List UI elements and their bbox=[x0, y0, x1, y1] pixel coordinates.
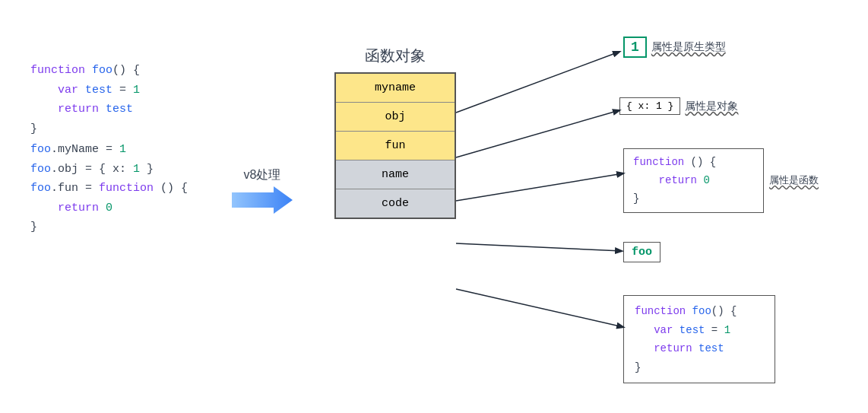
svg-marker-0 bbox=[232, 186, 293, 214]
v8-label: v8处理 bbox=[244, 167, 281, 183]
box-foo: foo bbox=[623, 242, 661, 262]
box-function: function () { return 0 } bbox=[623, 148, 764, 213]
func-row-fun: fun bbox=[336, 132, 455, 160]
primitive-value: 1 bbox=[623, 37, 647, 58]
code-line-3: return test bbox=[30, 100, 188, 119]
object-value: { x: 1 } bbox=[619, 97, 680, 115]
function-label: 属性是函数 bbox=[769, 173, 819, 187]
func-row-name: name bbox=[336, 160, 455, 189]
primitive-label: 属性是原生类型 bbox=[651, 40, 726, 54]
code-line-5: foo.myName = 1 bbox=[30, 140, 188, 160]
v8-arrow-container: v8处理 bbox=[232, 167, 293, 214]
func-object-title: 函数对象 bbox=[334, 46, 456, 66]
func-object-box: myname obj fun name code bbox=[334, 72, 456, 219]
svg-line-3 bbox=[456, 173, 623, 201]
box-code: function foo() { var test = 1 return tes… bbox=[623, 295, 775, 383]
svg-line-2 bbox=[456, 110, 619, 157]
svg-line-4 bbox=[456, 243, 622, 251]
object-label: 属性是对象 bbox=[685, 100, 738, 113]
code-line-4: } bbox=[30, 119, 188, 139]
code-line-7: foo.fun = function () { bbox=[30, 179, 188, 199]
code-line-8: return 0 bbox=[30, 199, 188, 218]
code-line-1: function foo() { bbox=[30, 61, 188, 81]
box-object-row: { x: 1 } 属性是对象 bbox=[619, 97, 738, 115]
func-row-obj: obj bbox=[336, 103, 455, 132]
code-line-9: } bbox=[30, 218, 188, 237]
func-row-myname: myname bbox=[336, 74, 455, 103]
func-row-code: code bbox=[336, 189, 455, 218]
v8-arrow-icon bbox=[232, 186, 293, 214]
box-primitive: 1 属性是原生类型 bbox=[623, 37, 726, 58]
svg-line-5 bbox=[456, 289, 623, 327]
code-line-6: foo.obj = { x: 1 } bbox=[30, 160, 188, 179]
code-line-2: var test = 1 bbox=[30, 81, 188, 100]
svg-line-1 bbox=[456, 52, 619, 113]
code-block: function foo() { var test = 1 return tes… bbox=[30, 61, 188, 237]
func-object-container: 函数对象 myname obj fun name code bbox=[334, 46, 456, 219]
